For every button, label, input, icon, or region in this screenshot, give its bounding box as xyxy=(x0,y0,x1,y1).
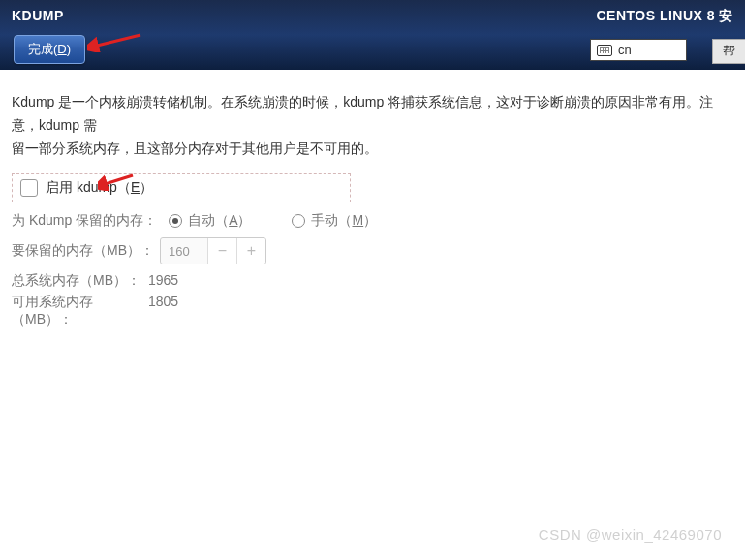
auto-radio[interactable] xyxy=(169,214,182,228)
keyboard-layout-code: cn xyxy=(618,43,632,57)
reserve-input[interactable] xyxy=(161,238,207,264)
help-button[interactable]: 帮 xyxy=(712,39,745,64)
keyboard-icon xyxy=(597,45,612,56)
done-button[interactable]: 完成(D) xyxy=(14,35,85,64)
usable-memory-row: 可用系统内存（MB）： 1805 xyxy=(12,294,733,328)
manual-radio-label: 手动（M） xyxy=(311,212,377,230)
enable-kdump-checkbox[interactable] xyxy=(20,179,38,197)
total-memory-row: 总系统内存（MB）： 1965 xyxy=(12,272,733,290)
total-memory-label: 总系统内存（MB）： xyxy=(12,272,142,290)
reserve-mode-row: 为 Kdump 保留的内存： 自动（A） 手动（M） xyxy=(12,212,733,230)
auto-radio-group[interactable]: 自动（A） xyxy=(169,212,251,230)
content-area: Kdump 是一个内核崩溃转储机制。在系统崩溃的时候，kdump 将捕获系统信息… xyxy=(0,70,745,344)
usable-memory-value: 1805 xyxy=(148,294,178,328)
enable-kdump-label: 启用 kdump（E） xyxy=(46,179,153,197)
svg-line-0 xyxy=(93,35,140,47)
top-bar: KDUMP CENTOS LINUX 8 安 完成(D) cn 帮 xyxy=(0,0,745,70)
watermark: CSDN @weixin_42469070 xyxy=(539,526,722,543)
page-title: KDUMP xyxy=(12,8,64,23)
spin-up-button[interactable]: + xyxy=(236,238,265,264)
reserve-amount-label: 要保留的内存（MB）： xyxy=(12,242,154,260)
enable-kdump-row: 启用 kdump（E） xyxy=(12,173,351,202)
annotation-arrow-done xyxy=(87,27,145,52)
reserve-spinbox: − + xyxy=(160,237,266,264)
auto-radio-label: 自动（A） xyxy=(188,212,251,230)
reserve-amount-row: 要保留的内存（MB）： − + xyxy=(12,237,733,264)
usable-memory-label: 可用系统内存（MB）： xyxy=(12,294,142,328)
keyboard-layout-indicator[interactable]: cn xyxy=(590,39,687,61)
kdump-description: Kdump 是一个内核崩溃转储机制。在系统崩溃的时候，kdump 将捕获系统信息… xyxy=(12,91,733,160)
distro-label: CENTOS LINUX 8 安 xyxy=(596,8,733,25)
manual-radio[interactable] xyxy=(292,214,305,228)
reserve-label: 为 Kdump 保留的内存： xyxy=(12,212,157,230)
spin-down-button[interactable]: − xyxy=(207,238,236,264)
manual-radio-group[interactable]: 手动（M） xyxy=(292,212,377,230)
total-memory-value: 1965 xyxy=(148,272,178,290)
